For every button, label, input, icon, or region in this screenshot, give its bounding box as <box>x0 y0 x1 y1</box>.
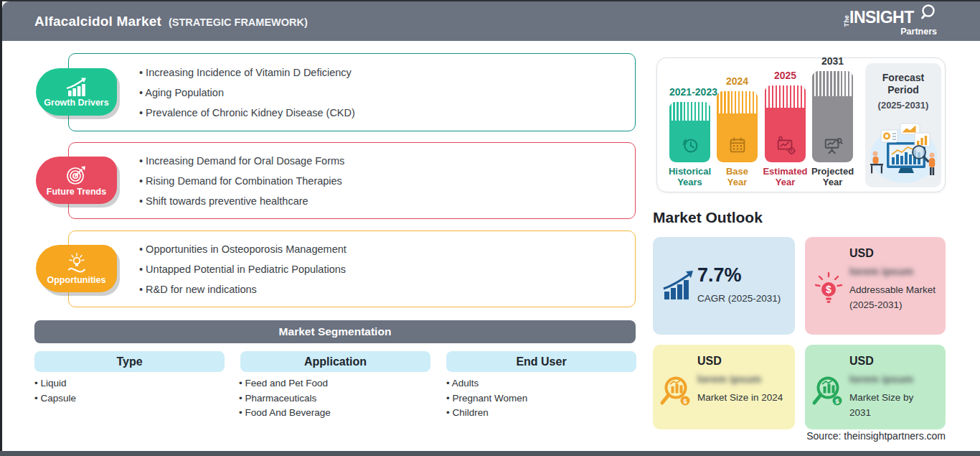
future-trends-badge: Future Trends <box>36 157 117 204</box>
bullet-item: Untapped Potential in Pediatric Populati… <box>139 259 635 279</box>
forecast-line2: Period <box>865 84 941 96</box>
historical-years-bar: 2021-2023 HistoricalYears <box>669 102 710 162</box>
forecast-monitor-gear-icon <box>775 134 796 156</box>
card-label: Market Size in 2024 <box>697 390 785 405</box>
market-segmentation-title: Market Segmentation <box>279 325 392 338</box>
page-title: Alfacalcidol Market <box>34 14 161 29</box>
future-trends-label: Future Trends <box>47 187 106 197</box>
logo-insight-text: INSIGHT <box>849 8 914 27</box>
future-trends-list: Increasing Demand for Oral Dosage Forms … <box>69 151 635 211</box>
svg-text:$: $ <box>683 397 687 405</box>
market-size-2031-card: $ USD lorem ipsum Market Size by 2031 <box>805 345 946 429</box>
svg-text:$: $ <box>835 397 839 405</box>
magnifier-ring-icon <box>919 4 936 21</box>
application-items: Feed and Pet Food Pharmaceuticals Food A… <box>239 376 331 421</box>
analytics-illustration <box>867 118 939 185</box>
opportunities-box: Opportunities in Osteoporosis Management… <box>68 231 636 307</box>
addressable-market-text: USD lorem ipsum Addressable Market (2025… <box>849 247 937 312</box>
presentation-chart-icon <box>822 134 844 156</box>
historical-years-label: HistoricalYears <box>664 166 715 187</box>
segmentation-column-application: Application <box>240 351 430 372</box>
logo-partners-text: Partners <box>900 27 937 37</box>
infographic-canvas: Alfacalcidol Market (STRATEGIC FRAMEWORK… <box>0 0 980 456</box>
growth-chart-arrow-icon <box>662 270 695 300</box>
magnifier-chart-dollar-icon: $ <box>658 373 695 411</box>
window-top-edge <box>0 0 980 1</box>
magnifier-chart-dollar-icon: $ <box>810 373 847 411</box>
growth-drivers-list: Increasing Incidence of Vitamin D Defici… <box>69 62 635 123</box>
market-size-2024-card: $ USD lorem ipsum Market Size in 2024 <box>653 345 795 429</box>
list-item: Pharmaceuticals <box>239 391 331 406</box>
opportunities-badge: Opportunities <box>36 245 117 292</box>
year-label: 2031 <box>812 55 853 67</box>
segmentation-column-type: Type <box>34 351 225 372</box>
forecast-line3: (2025-2031) <box>865 100 941 111</box>
segmentation-column-enduser: End User <box>446 351 636 372</box>
currency-label: USD <box>849 247 874 259</box>
estimated-year-bar: 2025 EstimatedYear <box>765 85 806 162</box>
currency-label: USD <box>697 355 722 367</box>
cagr-value: 7.7% <box>697 264 742 287</box>
bar-chart-rising-arrow-icon <box>64 77 90 97</box>
card-label: Addressable Market (2025-2031) <box>849 282 937 312</box>
source-attribution: Source: theinsightpartners.com <box>806 430 946 442</box>
estimated-year-label: EstimatedYear <box>760 166 811 187</box>
list-item: Pregnant Women <box>446 391 527 406</box>
market-segmentation-bar: Market Segmentation <box>34 320 636 343</box>
list-item: Adults <box>446 376 527 391</box>
list-item: Capsule <box>34 391 76 406</box>
base-year-label: BaseYear <box>712 166 763 187</box>
growth-drivers-badge: Growth Drivers <box>36 68 117 116</box>
base-year-bar: 2024 BaseYear <box>717 91 758 162</box>
blurred-value: lorem ipsum <box>849 265 937 277</box>
bullet-item: Increasing Demand for Oral Dosage Forms <box>139 151 635 171</box>
clock-history-icon <box>679 134 701 156</box>
growth-drivers-label: Growth Drivers <box>44 98 108 108</box>
window-left-edge <box>0 0 2 456</box>
growth-drivers-box: Increasing Incidence of Vitamin D Defici… <box>68 53 636 131</box>
page-subtitle: (STRATEGIC FRAMEWORK) <box>169 17 308 28</box>
bullet-item: Increasing Incidence of Vitamin D Defici… <box>139 62 635 83</box>
bullet-item: Rising Demand for Combination Therapies <box>139 171 635 191</box>
timeline-card: 2021-2023 HistoricalYears 2024 <box>656 57 946 192</box>
year-range-label: 2021-2023 <box>669 86 710 98</box>
bullet-item: Shift towards preventive healthcare <box>139 191 635 211</box>
opportunities-label: Opportunities <box>47 275 106 285</box>
bulb-dollar-icon: $ <box>812 270 845 306</box>
market-size-2024-text: USD lorem ipsum Market Size in 2024 <box>697 355 785 405</box>
blurred-value: lorem ipsum <box>849 373 937 385</box>
list-item: Liquid <box>34 376 76 391</box>
forecast-period-panel: Forecast Period (2025-2031) <box>865 63 941 187</box>
list-item: Feed and Pet Food <box>239 376 331 391</box>
type-items: Liquid Capsule <box>34 376 76 406</box>
bullet-item: Prevalence of Chronic Kidney Disease (CK… <box>139 103 635 123</box>
bullet-item: Aging Population <box>139 83 635 103</box>
target-dart-icon <box>65 164 88 186</box>
year-label: 2025 <box>765 70 806 81</box>
header-title-wrap: Alfacalcidol Market (STRATEGIC FRAMEWORK… <box>34 14 308 29</box>
opportunities-list: Opportunities in Osteoporosis Management… <box>69 239 635 299</box>
cagr-label: CAGR (2025-2031) <box>697 293 781 304</box>
year-label: 2024 <box>717 75 758 87</box>
projected-year-label: ProjectedYear <box>807 166 858 187</box>
forecast-line1: Forecast <box>865 72 941 84</box>
currency-label: USD <box>849 355 874 367</box>
market-outlook-title: Market Outlook <box>653 209 763 226</box>
addressable-market-card: $ USD lorem ipsum Addressable Market (20… <box>805 237 946 335</box>
projected-year-bar: 2031 ProjectedYear <box>812 71 853 162</box>
calendar-icon <box>727 134 748 156</box>
cagr-card: 7.7% CAGR (2025-2031) <box>653 237 795 335</box>
hand-holding-bulb-icon <box>65 253 88 274</box>
insight-partners-logo: The INSIGHT Partners <box>845 8 940 37</box>
future-trends-box: Increasing Demand for Oral Dosage Forms … <box>68 142 636 219</box>
card-label: Market Size by 2031 <box>849 390 937 420</box>
bullet-item: R&D for new indications <box>139 279 635 299</box>
list-item: Children <box>446 406 527 421</box>
list-item: Food And Beverage <box>239 406 331 421</box>
bullet-item: Opportunities in Osteoporosis Management <box>139 239 635 259</box>
header-bar: Alfacalcidol Market (STRATEGIC FRAMEWORK… <box>2 1 980 41</box>
svg-text:$: $ <box>826 284 831 295</box>
market-size-2031-text: USD lorem ipsum Market Size by 2031 <box>849 355 937 420</box>
window-bottom-edge <box>0 451 980 456</box>
enduser-items: Adults Pregnant Women Children <box>446 376 527 421</box>
